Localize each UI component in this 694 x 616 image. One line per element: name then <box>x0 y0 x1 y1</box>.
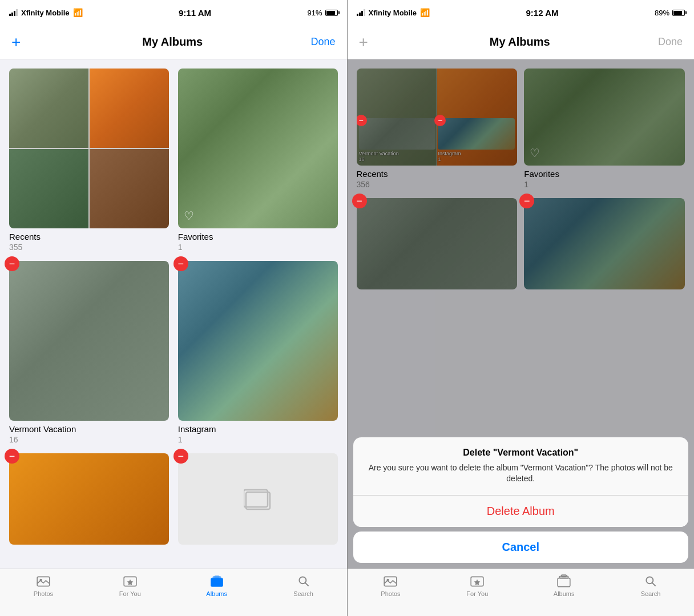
svg-point-8 <box>299 577 306 583</box>
right-mini-instagram: − Instagram 1 <box>438 118 515 162</box>
album-5-thumb <box>9 453 169 545</box>
album-6-thumb <box>178 453 338 545</box>
right-alert-delete-btn[interactable]: Delete Album <box>353 496 689 527</box>
left-tab-foryou[interactable]: For You <box>87 574 174 597</box>
left-carrier: Xfinity Mobile <box>21 9 70 17</box>
left-tab-photos[interactable]: Photos <box>0 574 87 597</box>
right-recents-name: Recents <box>357 169 518 179</box>
collage-cell-1 <box>9 69 88 148</box>
right-mini-instagram-count: 1 <box>438 156 515 162</box>
right-tab-albums[interactable]: Albums <box>520 574 607 597</box>
left-albums-scroll[interactable]: Recents 355 ♡ Favorites 1 − Vermont Vaca… <box>0 59 347 569</box>
right-signal-icon <box>357 9 365 16</box>
right-instagram-full-thumb <box>524 198 685 289</box>
right-vermont-full-delete[interactable]: − <box>352 194 367 208</box>
left-phone: Xfinity Mobile 📶 9:11 AM 91% + My Albums… <box>0 0 347 616</box>
right-mini-overlay: − Vermont Vacation 16 − Instagram 1 <box>359 118 515 162</box>
right-wifi-icon: 📶 <box>420 8 430 17</box>
right-tab-search-label: Search <box>641 590 661 597</box>
album-favorites-count: 1 <box>178 243 338 252</box>
right-alert-cancel-btn[interactable]: Cancel <box>353 532 689 563</box>
album-instagram-thumb <box>178 261 338 421</box>
album-5-delete-btn[interactable]: − <box>5 449 19 464</box>
right-mini-vermont-thumb <box>359 118 436 150</box>
right-nav-title: My Albums <box>490 35 550 49</box>
collage-cell-2 <box>90 69 169 148</box>
right-bottom-albums: − − <box>357 198 685 289</box>
album-6[interactable]: − <box>178 453 338 545</box>
right-mini-instagram-thumb <box>438 118 515 150</box>
left-tab-albums[interactable]: Albums <box>174 574 260 597</box>
right-done-button[interactable]: Done <box>658 36 683 48</box>
album-vermont-delete-btn[interactable]: − <box>5 256 19 271</box>
right-mini-vermont-delete[interactable]: − <box>357 115 367 126</box>
svg-rect-13 <box>558 578 570 587</box>
right-tab-foryou[interactable]: For You <box>434 574 520 597</box>
album-instagram-count: 1 <box>178 435 338 444</box>
right-vermont-full-thumb <box>357 198 518 289</box>
right-album-instagram-full[interactable]: − <box>524 198 685 289</box>
right-favorites-count: 1 <box>524 180 685 189</box>
right-mini-vermont-count: 16 <box>359 156 436 162</box>
left-nav-bar: + My Albums Done <box>0 25 347 59</box>
right-top-albums: − Vermont Vacation 16 − Instagram 1 <box>357 69 685 189</box>
right-favorites-name: Favorites <box>524 169 685 179</box>
svg-point-16 <box>646 577 653 583</box>
collage-cell-3 <box>9 149 88 228</box>
album-6-delete-btn[interactable]: − <box>174 449 188 464</box>
right-album-recents-thumb: − Vermont Vacation 16 − Instagram 1 <box>357 69 518 166</box>
right-content-area: − Vermont Vacation 16 − Instagram 1 <box>348 59 695 569</box>
right-album-recents[interactable]: − Vermont Vacation 16 − Instagram 1 <box>357 69 518 189</box>
album-recents-name: Recents <box>9 232 169 241</box>
right-status-bar: Xfinity Mobile 📶 9:12 AM 89% <box>348 0 695 25</box>
new-album-icon <box>244 488 272 510</box>
album-recents[interactable]: Recents 355 <box>9 69 169 252</box>
right-status-right: 89% <box>655 9 685 17</box>
right-tab-photos[interactable]: Photos <box>348 574 434 597</box>
right-albums-icon <box>556 574 571 589</box>
left-done-button[interactable]: Done <box>310 36 335 48</box>
album-vermont-name: Vermont Vacation <box>9 424 169 434</box>
right-album-favorites[interactable]: ♡ Favorites 1 <box>524 69 685 189</box>
right-tab-foryou-label: For You <box>466 590 488 597</box>
collage-cell-4 <box>90 149 169 228</box>
foryou-icon <box>123 574 138 589</box>
svg-rect-7 <box>214 575 219 583</box>
right-album-vermont-full[interactable]: − <box>357 198 518 289</box>
left-battery-pct: 91% <box>307 9 322 17</box>
albums-icon-active <box>209 574 224 589</box>
album-instagram-delete-btn[interactable]: − <box>174 256 188 271</box>
left-nav-title: My Albums <box>142 35 203 49</box>
right-favorites-thumb: ♡ <box>524 69 685 166</box>
right-alert-message: Are you sure you want to delete the albu… <box>353 462 689 495</box>
left-tab-search[interactable]: Search <box>260 574 347 597</box>
album-5[interactable]: − <box>9 453 169 545</box>
right-tab-albums-label: Albums <box>554 590 575 597</box>
photos-icon <box>36 574 51 589</box>
album-vermont[interactable]: − Vermont Vacation 16 <box>9 261 169 444</box>
album-recents-count: 355 <box>9 243 169 252</box>
album-recents-thumb <box>9 69 169 228</box>
right-carrier: Xfinity Mobile <box>369 9 417 17</box>
album-instagram-name: Instagram <box>178 424 338 434</box>
left-wifi-icon: 📶 <box>73 8 83 17</box>
left-add-button[interactable]: + <box>11 33 34 51</box>
right-alert-box: Delete "Vermont Vacation" Are you sure y… <box>353 437 689 527</box>
left-signal-icon <box>9 9 18 16</box>
album-instagram[interactable]: − Instagram 1 <box>178 261 338 444</box>
right-tab-search[interactable]: Search <box>607 574 694 597</box>
album-favorites[interactable]: ♡ Favorites 1 <box>178 69 338 252</box>
right-mini-vermont: − Vermont Vacation 16 <box>359 118 436 162</box>
search-icon <box>296 574 311 589</box>
right-search-icon <box>643 574 658 589</box>
album-vermont-count: 16 <box>9 435 169 444</box>
left-tab-albums-label: Albums <box>206 590 227 597</box>
left-status-right: 91% <box>307 9 337 17</box>
left-status-bar: Xfinity Mobile 📶 9:11 AM 91% <box>0 0 347 25</box>
right-add-button[interactable]: + <box>359 33 382 51</box>
left-battery-icon <box>325 10 338 16</box>
svg-line-9 <box>305 583 308 586</box>
right-alert-title: Delete "Vermont Vacation" <box>353 437 689 462</box>
right-time: 9:12 AM <box>526 8 559 18</box>
album-favorites-name: Favorites <box>178 232 338 241</box>
